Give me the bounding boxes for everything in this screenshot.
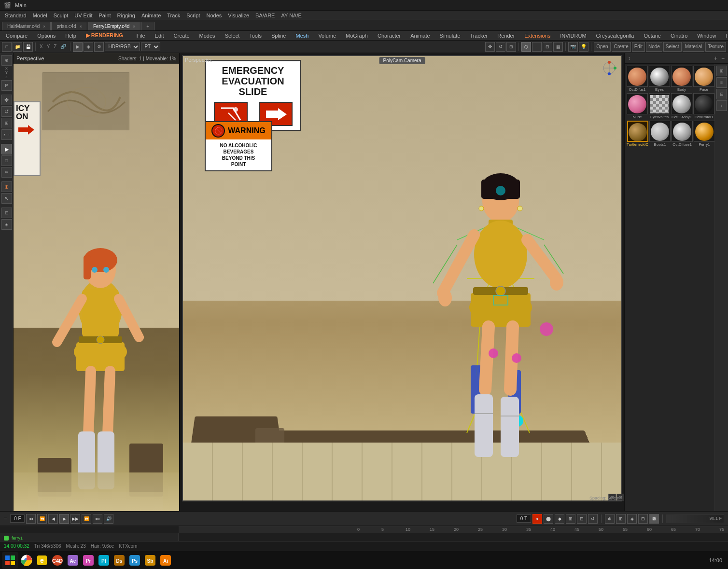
frame-display[interactable]: 0 T [517,514,531,523]
menu-standard[interactable]: Standard [2,12,29,19]
menu-help[interactable]: Help [62,32,79,40]
btn-skip-end[interactable]: ⏭ [93,514,102,524]
btn-skip-start[interactable]: ⏮ [26,514,36,524]
taskbar-ai[interactable]: Ai [158,553,173,568]
camera-label-badge[interactable]: PolyCam.Camera [379,57,425,64]
toolbar-move[interactable]: ✥ [485,42,495,52]
render-mode-select[interactable]: PT RT [141,42,160,51]
taskbar-sb[interactable]: Sb [143,553,157,568]
zoom-out-btn[interactable]: − [720,55,726,62]
toolbar-save[interactable]: 💾 [23,42,33,52]
material-nude[interactable]: Nude [627,93,648,120]
menu-rigging[interactable]: Rigging [114,12,138,19]
menu-paint[interactable]: Paint [96,12,114,19]
material-octmtniail[interactable]: OctMtnIal1 [693,93,714,120]
menu-rendering[interactable]: ▶ RENDERING [83,31,126,40]
menu-window[interactable]: Window [694,32,719,40]
tab-ferry1empty[interactable]: Ferry1Empty.c4d × [88,22,140,30]
menu-mograph[interactable]: MoGraph [343,32,371,40]
taskbar-explorer[interactable]: e [35,553,49,568]
material-face[interactable]: Face [693,66,714,92]
taskbar-chrome[interactable] [19,553,34,568]
tool-box-select[interactable]: □ [1,155,12,166]
center-viewport[interactable]: EMERGENCYEVACUATIONSLIDE [180,53,624,511]
menu-animate[interactable]: Animate [139,12,164,19]
btn-extra4[interactable]: ⊟ [638,514,648,524]
tool-transform[interactable]: ⋮⋮ [1,129,12,140]
toolbar-scale[interactable]: ⊞ [506,42,516,52]
material-ferry1[interactable]: Ferry1 [694,121,714,147]
btn-audio[interactable]: 🔊 [104,514,113,524]
close-tab-prise[interactable]: × [80,24,82,29]
btn-node[interactable]: Node [646,42,662,52]
render-region[interactable]: ◈ [84,42,93,52]
render-button[interactable]: ▶ [73,42,83,52]
taskbar-ae[interactable]: Ae [66,553,80,568]
btn-next-frame[interactable]: ⏩ [82,514,91,524]
menu-render[interactable]: Render [494,32,518,40]
menu-options[interactable]: Options [34,32,58,40]
material-eyes[interactable]: Eyes [649,66,670,92]
material-octdifuse1[interactable]: OctDifuse1 [672,121,693,147]
menu-cinatro[interactable]: Cinatro [668,32,690,40]
zoom-in-btn[interactable]: + [713,55,719,62]
material-turtleneckic[interactable]: TurtleneckIC [627,121,648,147]
menu-animate2[interactable]: Animate [407,32,433,40]
menu-create[interactable]: Create [171,32,193,40]
btn-create[interactable]: Create [612,42,631,52]
btn-rs-1[interactable]: ⊞ [716,66,727,76]
tab-hairmaster[interactable]: HairMaster.c4d × [2,22,51,30]
btn-texture[interactable]: Texture [705,42,726,52]
menu-compare[interactable]: Compare [3,32,30,40]
tool-select3[interactable]: ▶ [1,144,12,154]
taskbar-premiere[interactable]: Pr [81,553,96,568]
tool-arrow[interactable]: ↖ [1,193,12,204]
menu-sculpt[interactable]: Sculpt [51,12,71,19]
panel-icon-expand[interactable]: ↕ [627,56,632,61]
menu-model[interactable]: Model [30,12,50,19]
menu-visualize[interactable]: Visualize [225,12,252,19]
btn-object[interactable]: ⬡ [521,42,531,52]
tool-paint[interactable]: ✏ [1,167,12,178]
tab-prise[interactable]: prise.c4d × [51,22,87,30]
menu-file[interactable]: File [134,32,148,40]
menu-track[interactable]: Track [164,12,183,19]
tool-extra2[interactable]: ◈ [1,219,12,230]
menu-ba-are[interactable]: BA/ARE [252,12,278,19]
toolbar-rotate[interactable]: ↺ [496,42,505,52]
material-eyewhites[interactable]: EyeWhites [649,93,670,120]
menu-uv-edit[interactable]: UV Edit [71,12,95,19]
hdr-mode-select[interactable]: HDR/RGB RGB [105,42,140,51]
menu-character[interactable]: Character [375,32,404,40]
timeline-handle[interactable]: ≡ [4,516,7,522]
render-settings[interactable]: ⚙ [94,42,104,52]
tool-extra1[interactable]: ⊟ [1,208,12,218]
toolbar-open[interactable]: 📁 [13,42,22,52]
menu-script[interactable]: Script [183,12,203,19]
taskbar-ds[interactable]: Ds [112,553,126,568]
btn-extra2[interactable]: ⊞ [616,514,626,524]
left-viewport[interactable]: Perspective Shaders: 1 | Moveable: 1% IC… [14,53,180,511]
material-octglassy1[interactable]: OctGlAssy1 [671,93,692,120]
btn-material[interactable]: Material [683,42,705,52]
btn-prev[interactable]: ◀ [48,514,58,524]
btn-playback-range[interactable]: ⊟ [577,514,587,524]
menu-octane[interactable]: Octane [641,32,663,40]
btn-rs-3[interactable]: ⊟ [716,89,727,99]
btn-extra3[interactable]: ◈ [627,514,637,524]
btn-rs-2[interactable]: ≡ [716,77,727,88]
frame-start-display[interactable]: 0 F [10,514,25,523]
btn-light[interactable]: 💡 [579,42,588,52]
menu-help2[interactable]: Help [723,32,728,40]
menu-edit[interactable]: Edit [152,32,167,40]
taskbar-pt[interactable]: Pt [97,553,111,568]
btn-loop[interactable]: ↺ [588,514,598,524]
btn-record-auto[interactable]: ⬤ [544,514,553,524]
close-tab-hairmaster[interactable]: × [43,24,45,29]
btn-poly[interactable]: ▦ [553,42,563,52]
menu-simulate[interactable]: Simulate [437,32,463,40]
tool-cursor[interactable]: ⊕ [1,181,12,192]
menu-mesh[interactable]: Mesh [293,32,311,40]
btn-select2[interactable]: Select [663,42,682,52]
material-octdifus1[interactable]: OctDifus1 [627,66,648,92]
